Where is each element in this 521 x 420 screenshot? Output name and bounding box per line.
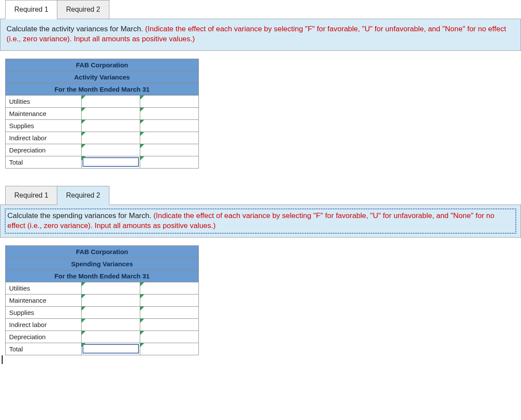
effect-input[interactable]: [140, 119, 199, 132]
table-row-total: Total: [6, 156, 199, 168]
corner-icon: [82, 108, 86, 112]
amount-input[interactable]: [82, 144, 140, 156]
corner-icon: [140, 144, 144, 148]
instructions: Calculate the spending variances for Mar…: [0, 205, 521, 238]
tab-required-1[interactable]: Required 1: [5, 186, 57, 205]
corner-icon: [82, 96, 86, 99]
row-label: Depreciation: [6, 331, 82, 343]
effect-input[interactable]: [140, 343, 199, 355]
corner-icon: [140, 319, 144, 323]
corner-icon: [140, 294, 144, 298]
corner-icon: [82, 282, 86, 286]
table-row: Maintenance: [6, 107, 199, 119]
row-label: Indirect labor: [6, 318, 82, 331]
table-header-title: Spending Variances: [6, 258, 199, 270]
row-label: Utilities: [6, 282, 82, 294]
effect-input[interactable]: [140, 95, 199, 107]
effect-input[interactable]: [140, 144, 199, 156]
tabs: Required 1 Required 2: [5, 0, 521, 19]
amount-input[interactable]: [82, 294, 140, 306]
corner-icon: [82, 343, 86, 347]
row-label: Maintenance: [6, 107, 82, 119]
table-row: Indirect labor: [6, 132, 199, 144]
table-row: Supplies: [6, 306, 199, 318]
amount-input[interactable]: [82, 132, 140, 144]
section-required-2: Required 1 Required 2 Calculate the spen…: [0, 186, 521, 355]
table-row: Utilities: [6, 282, 199, 294]
instruction-text: Calculate the spending variances for Mar…: [7, 212, 153, 220]
corner-icon: [82, 307, 86, 311]
table-row-total: Total: [6, 343, 199, 355]
table-row: Indirect labor: [6, 318, 199, 331]
tab-required-2[interactable]: Required 2: [57, 0, 109, 19]
corner-icon: [140, 282, 144, 286]
corner-icon: [140, 156, 144, 160]
table-header-corp: FAB Corporation: [6, 59, 199, 71]
corner-icon: [140, 96, 144, 99]
table-row: Depreciation: [6, 144, 199, 156]
table-header-period: For the Month Ended March 31: [6, 83, 199, 95]
corner-icon: [82, 120, 86, 124]
tab-required-1[interactable]: Required 1: [5, 0, 57, 19]
section-required-1: Required 1 Required 2 Calculate the acti…: [0, 0, 521, 169]
corner-icon: [82, 319, 86, 323]
row-label: Total: [6, 156, 82, 168]
row-label: Depreciation: [6, 144, 82, 156]
table-row: Depreciation: [6, 331, 199, 343]
amount-input[interactable]: [82, 119, 140, 132]
corner-icon: [82, 144, 86, 148]
corner-icon: [140, 132, 144, 136]
corner-icon: [140, 108, 144, 112]
amount-input[interactable]: [82, 318, 140, 331]
row-label: Maintenance: [6, 294, 82, 306]
row-label: Indirect labor: [6, 132, 82, 144]
table-row: Supplies: [6, 119, 199, 132]
corner-icon: [140, 331, 144, 335]
amount-input[interactable]: [82, 95, 140, 107]
amount-input[interactable]: [82, 107, 140, 119]
amount-input[interactable]: [82, 331, 140, 343]
table-header-corp: FAB Corporation: [6, 245, 199, 258]
row-label: Supplies: [6, 119, 82, 132]
effect-input[interactable]: [140, 132, 199, 144]
spending-variances-table: FAB Corporation Spending Variances For t…: [5, 245, 199, 355]
tab-required-2[interactable]: Required 2: [57, 186, 109, 205]
instructions-selection: Calculate the spending variances for Mar…: [5, 208, 516, 234]
row-label: Utilities: [6, 95, 82, 107]
corner-icon: [82, 294, 86, 298]
tabs: Required 1 Required 2: [5, 186, 521, 205]
corner-icon: [140, 343, 144, 347]
row-label: Total: [6, 343, 82, 355]
corner-icon: [140, 120, 144, 124]
effect-input[interactable]: [140, 306, 199, 318]
effect-input[interactable]: [140, 156, 199, 168]
total-amount[interactable]: [82, 156, 140, 168]
corner-icon: [82, 156, 86, 160]
total-amount[interactable]: [82, 343, 140, 355]
effect-input[interactable]: [140, 331, 199, 343]
table-row: Utilities: [6, 95, 199, 107]
amount-input[interactable]: [82, 282, 140, 294]
activity-variances-table: FAB Corporation Activity Variances For t…: [5, 59, 199, 169]
effect-input[interactable]: [140, 318, 199, 331]
amount-input[interactable]: [82, 306, 140, 318]
effect-input[interactable]: [140, 294, 199, 306]
table-header-period: For the Month Ended March 31: [6, 270, 199, 282]
table-header-title: Activity Variances: [6, 71, 199, 83]
instructions: Calculate the activity variances for Mar…: [0, 19, 521, 51]
text-cursor: [2, 355, 3, 364]
instruction-text: Calculate the activity variances for Mar…: [7, 25, 145, 33]
corner-icon: [82, 331, 86, 335]
effect-input[interactable]: [140, 282, 199, 294]
row-label: Supplies: [6, 306, 82, 318]
effect-input[interactable]: [140, 107, 199, 119]
corner-icon: [82, 132, 86, 136]
corner-icon: [140, 307, 144, 311]
table-row: Maintenance: [6, 294, 199, 306]
